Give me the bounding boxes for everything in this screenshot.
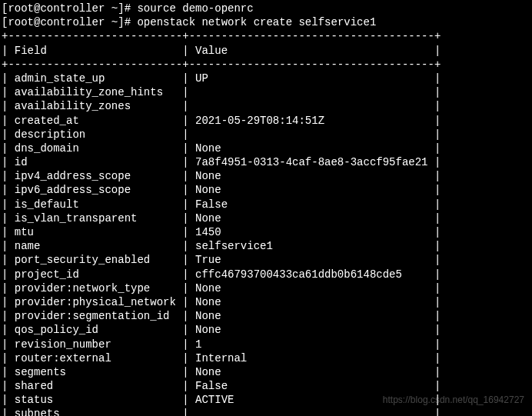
table-row: | port_security_enabled | True | <box>2 253 530 267</box>
command-text: source demo-openrc <box>137 2 253 15</box>
watermark: https://blog.csdn.net/qq_16942727 <box>383 394 524 407</box>
table-row: | id | 7a8f4951-0313-4caf-8ae8-3accf95fa… <box>2 155 530 169</box>
table-row: | mtu | 1450 | <box>2 225 530 239</box>
table-row: | provider:physical_network | None | <box>2 295 530 309</box>
table-border-mid: +---------------------------+-----------… <box>2 58 530 72</box>
table-row: | subnets | | <box>2 407 530 416</box>
table-header-row: | Field | Value | <box>2 44 530 58</box>
table-row: | provider:network_type | None | <box>2 281 530 295</box>
table-row: | provider:segmentation_id | None | <box>2 309 530 323</box>
table-row: | ipv6_address_scope | None | <box>2 183 530 197</box>
table-row: | admin_state_up | UP | <box>2 72 530 85</box>
table-row: | availability_zone_hints | | <box>2 85 530 99</box>
table-rows: | admin_state_up | UP || availability_zo… <box>2 72 530 416</box>
table-row: | router:external | Internal | <box>2 351 530 365</box>
table-row: | created_at | 2021-05-29T08:14:51Z | <box>2 114 530 128</box>
table-row: | shared | False | <box>2 379 530 393</box>
table-row: | is_default | False | <box>2 198 530 211</box>
table-row: | segments | None | <box>2 365 530 379</box>
table-row: | project_id | cffc46793700433ca61ddb0b6… <box>2 268 530 281</box>
command-text: openstack network create selfservice1 <box>137 16 376 28</box>
table-row: | is_vlan_transparent | None | <box>2 211 530 225</box>
table-row: | description | | <box>2 128 530 141</box>
terminal-line-cmd2: [root@controller ~]# openstack network c… <box>2 15 530 29</box>
table-row: | availability_zones | | <box>2 99 530 113</box>
table-row: | revision_number | 1 | <box>2 338 530 351</box>
table-row: | qos_policy_id | None | <box>2 323 530 337</box>
table-border-top: +---------------------------+-----------… <box>2 29 530 43</box>
terminal-line-cmd1: [root@controller ~]# source demo-openrc <box>2 2 530 15</box>
prompt: [root@controller ~]# <box>2 16 137 28</box>
table-row: | ipv4_address_scope | None | <box>2 169 530 183</box>
table-row: | dns_domain | None | <box>2 141 530 155</box>
prompt: [root@controller ~]# <box>2 2 137 15</box>
table-row: | name | selfservice1 | <box>2 239 530 253</box>
